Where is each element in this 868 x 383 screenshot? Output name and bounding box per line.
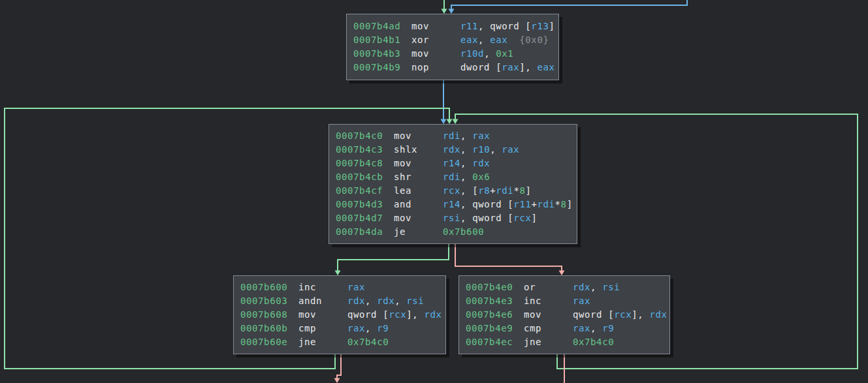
operand-token-reg: rax	[347, 323, 365, 333]
operand-token-pun: ,	[460, 158, 472, 168]
instruction-row-0007b4e6[interactable]: 0007b4e6movqword [rcx], rdx	[459, 308, 669, 322]
instruction-operands: r14, rdx	[443, 157, 490, 170]
operand-token-reg: rax	[472, 130, 490, 141]
instruction-mnemonic: jne	[298, 335, 316, 349]
operand-token-pun: ,	[460, 213, 472, 223]
instruction-row-0007b60e[interactable]: 0007b60ejne0x7b4c0	[234, 335, 445, 349]
operand-token-pun: ]	[531, 213, 537, 223]
instruction-address: 0007b4d7	[336, 211, 383, 225]
instruction-row-0007b4d7[interactable]: 0007b4d7movrsi, qword [rcx]	[329, 211, 577, 225]
operand-token-reg: rdx	[377, 296, 394, 306]
instruction-row-0007b4b1[interactable]: 0007b4b1xoreax, eax {0x0}	[347, 33, 558, 47]
instruction-row-0007b4c0[interactable]: 0007b4c0movrdi, rax	[329, 129, 577, 143]
instruction-row-0007b4cf[interactable]: 0007b4cflearcx, [r8+rdi*8]	[329, 184, 577, 198]
instruction-row-0007b4c3[interactable]: 0007b4c3shlxrdx, r10, rax	[329, 143, 577, 157]
instruction-row-0007b603[interactable]: 0007b603andnrdx, rdx, rsi	[234, 294, 445, 308]
edge-loop-0007b60e-0007b4c0-arrowhead	[447, 119, 453, 125]
basic-block-0007b4e0[interactable]: 0007b4e0orrdx, rsi0007b4e3incrax0007b4e6…	[458, 275, 670, 354]
operand-token-pun: ]	[567, 199, 573, 209]
instruction-row-0007b4b3[interactable]: 0007b4b3movr10d, 0x1	[347, 47, 558, 61]
instruction-row-0007b4e0[interactable]: 0007b4e0orrdx, rsi	[459, 281, 669, 294]
instruction-mnemonic: shlx	[394, 143, 417, 157]
operand-token-reg: r11	[513, 199, 531, 209]
operand-token-reg: rax	[347, 282, 365, 292]
operand-token-reg: rdx	[573, 282, 590, 292]
instruction-address: 0007b4e0	[466, 281, 513, 294]
instruction-row-0007b4ad[interactable]: 0007b4admovr11, qword [r13]	[347, 20, 558, 33]
instruction-mnemonic: lea	[394, 184, 411, 198]
instruction-operands: qword [rcx], rdx	[573, 308, 667, 322]
operand-token-pun: ],	[519, 62, 537, 72]
instruction-operands: r14, qword [r11+rdi*8]	[443, 198, 573, 211]
edge-false-0007b60e-exit	[337, 354, 341, 378]
instruction-row-0007b4da[interactable]: 0007b4daje0x7b600	[329, 225, 577, 239]
operand-token-reg: r9	[377, 323, 389, 333]
operand-token-reg: rcx	[443, 185, 460, 196]
operand-token-pun: ],	[632, 309, 649, 320]
instruction-row-0007b60b[interactable]: 0007b60bcmprax, r9	[234, 322, 445, 335]
instruction-row-0007b4e3[interactable]: 0007b4e3incrax	[459, 294, 669, 308]
instruction-row-0007b4b9[interactable]: 0007b4b9nopdword [rax], eax	[347, 61, 558, 74]
instruction-address: 0007b4e9	[466, 322, 513, 335]
operand-token-reg: rax	[502, 62, 519, 72]
operand-token-pun: ,	[460, 199, 472, 209]
operand-token-pun: ,	[484, 48, 496, 59]
operand-token-pun: ,	[394, 296, 406, 306]
operand-token-reg: eax	[537, 62, 555, 72]
instruction-address: 0007b4b1	[353, 33, 400, 47]
instruction-row-0007b4c8[interactable]: 0007b4c8movr14, rdx	[329, 157, 577, 170]
instruction-mnemonic: andn	[298, 294, 322, 308]
instruction-mnemonic: inc	[524, 294, 541, 308]
instruction-mnemonic: mov	[411, 47, 429, 61]
operand-token-reg: rax	[502, 144, 519, 155]
instruction-address: 0007b4c3	[336, 143, 383, 157]
operand-token-reg: r10d	[460, 48, 484, 59]
instruction-row-0007b600[interactable]: 0007b600incrax	[234, 281, 445, 294]
operand-token-pun: ,	[460, 172, 472, 182]
operand-token-reg: r8	[478, 185, 490, 196]
instruction-mnemonic: jne	[524, 335, 541, 349]
operand-token-pun: qword [	[573, 309, 614, 320]
instruction-mnemonic: mov	[298, 308, 316, 322]
operand-token-reg: r14	[443, 158, 460, 168]
operand-token-num: 0x1	[496, 48, 513, 59]
instruction-row-0007b4d3[interactable]: 0007b4d3andr14, qword [r11+rdi*8]	[329, 198, 577, 211]
operand-token-pun: ,	[365, 323, 377, 333]
instruction-address: 0007b4da	[336, 225, 383, 239]
operand-token-pun: ,	[590, 282, 602, 292]
instruction-mnemonic: and	[394, 198, 411, 211]
operand-token-reg: rdi	[443, 130, 460, 141]
instruction-operands: rax	[347, 281, 365, 294]
graph-canvas[interactable]: 0007b4admovr11, qword [r13]0007b4b1xorea…	[0, 0, 868, 383]
operand-token-pun: ,	[365, 296, 377, 306]
operand-token-reg: rdx	[649, 309, 667, 320]
edge-entry-unconditional-arrowhead	[449, 9, 455, 14]
instruction-operands: qword [rcx], rdx	[347, 308, 442, 322]
operand-token-pun: +	[490, 185, 496, 196]
operand-token-pun: , [	[460, 185, 478, 196]
basic-block-0007b4ad[interactable]: 0007b4admovr11, qword [r13]0007b4b1xorea…	[346, 14, 559, 80]
operand-token-reg: rsi	[602, 282, 620, 292]
operand-token-pun: ,	[460, 144, 472, 155]
operand-token-num: 0x6	[472, 172, 490, 182]
instruction-address: 0007b4d3	[336, 198, 383, 211]
instruction-row-0007b4e9[interactable]: 0007b4e9cmprax, r9	[459, 322, 669, 335]
instruction-row-0007b608[interactable]: 0007b608movqword [rcx], rdx	[234, 308, 445, 322]
instruction-row-0007b4cb[interactable]: 0007b4cbshrrdi, 0x6	[329, 170, 577, 184]
instruction-row-0007b4ec[interactable]: 0007b4ecjne0x7b4c0	[459, 335, 669, 349]
operand-token-pun: *	[555, 199, 561, 209]
basic-block-0007b4c0[interactable]: 0007b4c0movrdi, rax0007b4c3shlxrdx, r10,…	[329, 124, 577, 244]
instruction-address: 0007b4ec	[466, 335, 513, 349]
basic-block-0007b600[interactable]: 0007b600incrax0007b603andnrdx, rdx, rsi0…	[233, 275, 446, 354]
instruction-mnemonic: mov	[524, 308, 541, 322]
operand-token-pun	[507, 35, 519, 45]
operand-token-reg: r13	[531, 21, 549, 31]
operand-token-reg: r11	[460, 21, 478, 31]
instruction-operands: 0x7b4c0	[347, 335, 389, 349]
operand-token-num: 0x7b4c0	[347, 337, 389, 347]
operand-token-pun: ,	[490, 144, 502, 155]
instruction-address: 0007b4cb	[336, 170, 383, 184]
instruction-address: 0007b608	[240, 308, 287, 322]
instruction-address: 0007b600	[240, 281, 287, 294]
operand-token-reg: rcx	[614, 309, 632, 320]
